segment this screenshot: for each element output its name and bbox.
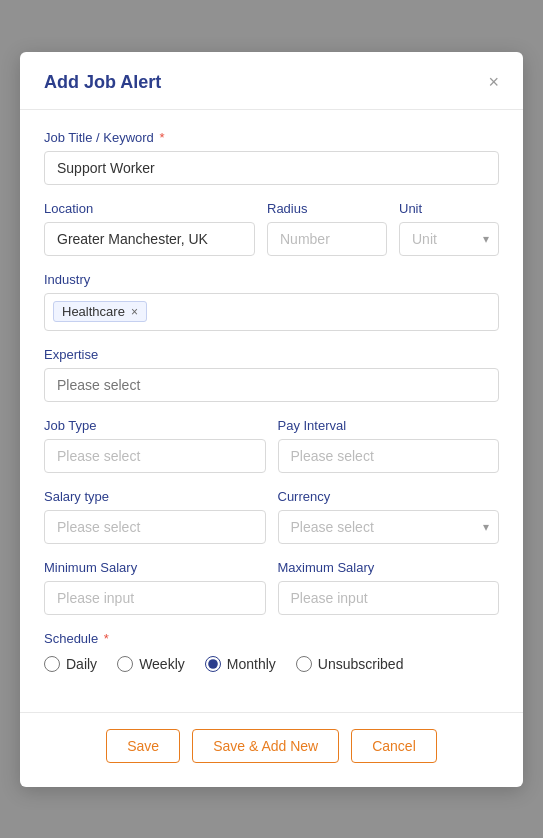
tag-remove-healthcare[interactable]: × xyxy=(131,306,138,318)
expertise-label: Expertise xyxy=(44,347,499,362)
radius-group: Radius xyxy=(267,201,387,256)
location-group: Location xyxy=(44,201,255,256)
job-title-input[interactable] xyxy=(44,151,499,185)
min-salary-input[interactable] xyxy=(44,581,266,615)
radius-label: Radius xyxy=(267,201,387,216)
tag-label: Healthcare xyxy=(62,304,125,319)
unit-label: Unit xyxy=(399,201,499,216)
schedule-radio-group: Daily Weekly Monthly Unsubscribed xyxy=(44,656,499,672)
job-type-pay-row: Job Type Pay Interval xyxy=(44,418,499,473)
min-salary-label: Minimum Salary xyxy=(44,560,266,575)
schedule-unsubscribed[interactable]: Unsubscribed xyxy=(296,656,404,672)
currency-group: Currency Please select USD GBP EUR ▾ xyxy=(278,489,500,544)
industry-field[interactable]: Healthcare × xyxy=(44,293,499,331)
save-button[interactable]: Save xyxy=(106,729,180,763)
industry-group: Industry Healthcare × xyxy=(44,272,499,331)
radio-weekly[interactable] xyxy=(117,656,133,672)
radio-weekly-label: Weekly xyxy=(139,656,185,672)
max-salary-label: Maximum Salary xyxy=(278,560,500,575)
salary-type-label: Salary type xyxy=(44,489,266,504)
cancel-button[interactable]: Cancel xyxy=(351,729,437,763)
radio-daily-label: Daily xyxy=(66,656,97,672)
unit-select-wrapper: Unit Miles Km ▾ xyxy=(399,222,499,256)
location-input[interactable] xyxy=(44,222,255,256)
modal-dialog: Add Job Alert × Job Title / Keyword * Lo… xyxy=(20,52,523,787)
schedule-daily[interactable]: Daily xyxy=(44,656,97,672)
currency-select-wrapper: Please select USD GBP EUR ▾ xyxy=(278,510,500,544)
salary-type-input[interactable] xyxy=(44,510,266,544)
schedule-label: Schedule * xyxy=(44,631,499,646)
min-salary-group: Minimum Salary xyxy=(44,560,266,615)
job-title-label: Job Title / Keyword * xyxy=(44,130,499,145)
required-star: * xyxy=(156,130,165,145)
job-type-input[interactable] xyxy=(44,439,266,473)
job-title-group: Job Title / Keyword * xyxy=(44,130,499,185)
location-row: Location Radius Unit Unit Miles Km xyxy=(44,201,499,256)
modal-overlay: Add Job Alert × Job Title / Keyword * Lo… xyxy=(0,0,543,838)
save-add-new-button[interactable]: Save & Add New xyxy=(192,729,339,763)
radio-unsubscribed[interactable] xyxy=(296,656,312,672)
job-type-group: Job Type xyxy=(44,418,266,473)
unit-group: Unit Unit Miles Km ▾ xyxy=(399,201,499,256)
expertise-input[interactable] xyxy=(44,368,499,402)
close-button[interactable]: × xyxy=(488,73,499,91)
pay-interval-input[interactable] xyxy=(278,439,500,473)
radio-daily[interactable] xyxy=(44,656,60,672)
schedule-weekly[interactable]: Weekly xyxy=(117,656,185,672)
radius-input[interactable] xyxy=(267,222,387,256)
modal-header: Add Job Alert × xyxy=(20,52,523,110)
radio-monthly-label: Monthly xyxy=(227,656,276,672)
radio-monthly[interactable] xyxy=(205,656,221,672)
pay-interval-label: Pay Interval xyxy=(278,418,500,433)
industry-label: Industry xyxy=(44,272,499,287)
schedule-required-star: * xyxy=(100,631,109,646)
modal-footer: Save Save & Add New Cancel xyxy=(20,712,523,787)
industry-tag-healthcare: Healthcare × xyxy=(53,301,147,322)
location-label: Location xyxy=(44,201,255,216)
job-type-label: Job Type xyxy=(44,418,266,433)
salary-type-currency-row: Salary type Currency Please select USD G… xyxy=(44,489,499,544)
currency-label: Currency xyxy=(278,489,500,504)
currency-select[interactable]: Please select USD GBP EUR xyxy=(278,510,500,544)
radio-unsubscribed-label: Unsubscribed xyxy=(318,656,404,672)
max-salary-input[interactable] xyxy=(278,581,500,615)
schedule-group: Schedule * Daily Weekly Monthly xyxy=(44,631,499,672)
unit-select[interactable]: Unit Miles Km xyxy=(399,222,499,256)
modal-body: Job Title / Keyword * Location Radius Un… xyxy=(20,110,523,712)
pay-interval-group: Pay Interval xyxy=(278,418,500,473)
salary-type-group: Salary type xyxy=(44,489,266,544)
schedule-monthly[interactable]: Monthly xyxy=(205,656,276,672)
max-salary-group: Maximum Salary xyxy=(278,560,500,615)
modal-title: Add Job Alert xyxy=(44,72,161,93)
salary-row: Minimum Salary Maximum Salary xyxy=(44,560,499,615)
expertise-group: Expertise xyxy=(44,347,499,402)
